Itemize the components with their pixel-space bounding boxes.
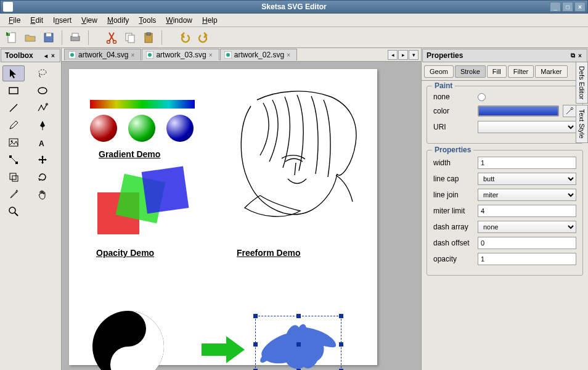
tab-stroke[interactable]: Stroke: [455, 65, 486, 78]
canvas-viewport[interactable]: Gradient Demo Opacity Demo: [62, 62, 421, 370]
maximize-button[interactable]: □: [562, 2, 573, 12]
tab-geom[interactable]: Geom: [424, 65, 454, 78]
width-label: width: [433, 158, 474, 167]
menu-tools[interactable]: Tools: [134, 15, 161, 26]
resize-handle[interactable]: [296, 342, 301, 347]
menu-window[interactable]: Window: [161, 15, 197, 26]
opacity-input[interactable]: [478, 253, 576, 265]
svg-point-8: [113, 40, 116, 43]
linejoin-select[interactable]: miter: [478, 189, 576, 201]
zoom-tool[interactable]: [2, 204, 25, 220]
selection-box[interactable]: [255, 316, 341, 370]
dashoffset-input[interactable]: [478, 237, 576, 249]
tab-list-button[interactable]: ▾: [409, 50, 419, 60]
eyedropper-tool[interactable]: [2, 186, 25, 202]
open-button[interactable]: [22, 30, 38, 46]
cut-button[interactable]: [104, 30, 120, 46]
tab-close-icon[interactable]: ×: [131, 52, 137, 58]
svg-point-38: [123, 359, 134, 370]
save-button[interactable]: [41, 30, 57, 46]
resize-handle[interactable]: [339, 342, 343, 347]
select-tool[interactable]: [2, 65, 25, 81]
close-button[interactable]: ×: [574, 2, 586, 12]
resize-handle[interactable]: [339, 314, 343, 318]
tab-next-button[interactable]: ▸: [398, 50, 408, 60]
toolbox-panel: Toolbox ◂× A: [0, 48, 62, 370]
minimize-button[interactable]: _: [550, 2, 561, 12]
transform-tool[interactable]: [2, 169, 25, 185]
toolbox-pin-icon[interactable]: ◂: [43, 52, 49, 59]
undo-button[interactable]: [177, 30, 193, 46]
dasharray-select[interactable]: none: [478, 221, 576, 233]
svg-point-21: [11, 141, 13, 142]
image-tool[interactable]: [2, 134, 25, 150]
defs-editor-tab[interactable]: Defs Editor: [576, 62, 588, 104]
tab-marker[interactable]: Marker: [535, 65, 567, 78]
new-button[interactable]: +: [4, 30, 20, 46]
svg-point-28: [9, 207, 15, 213]
hand-tool[interactable]: [31, 186, 54, 202]
lasso-tool[interactable]: [31, 65, 54, 81]
toolbox-title: Toolbox: [5, 51, 33, 60]
tab-prev-button[interactable]: ◂: [388, 50, 398, 60]
paste-button[interactable]: [141, 30, 157, 46]
resize-handle[interactable]: [253, 342, 258, 347]
stroke-color-swatch[interactable]: [478, 105, 559, 117]
svg-point-31: [70, 53, 74, 57]
menu-file[interactable]: File: [4, 15, 25, 26]
move-tool[interactable]: [31, 152, 54, 168]
properties-close-icon[interactable]: ×: [577, 52, 583, 59]
tab-filter[interactable]: Filter: [508, 65, 534, 78]
svg-file-icon: [68, 51, 76, 59]
tab-fill[interactable]: Fill: [487, 65, 507, 78]
app-icon: [3, 2, 13, 12]
paint-none-radio[interactable]: [478, 93, 486, 101]
yinyang: [91, 310, 165, 370]
line-tool[interactable]: [2, 100, 25, 116]
svg-rect-14: [9, 88, 18, 94]
svg-line-16: [10, 104, 17, 112]
resize-handle[interactable]: [296, 314, 301, 318]
resize-handle[interactable]: [253, 314, 258, 318]
linecap-select[interactable]: butt: [478, 173, 576, 185]
print-button[interactable]: [67, 30, 83, 46]
redo-button[interactable]: [195, 30, 211, 46]
svg-file-icon: [146, 51, 153, 59]
menu-insert[interactable]: Insert: [48, 15, 76, 26]
svg-rect-26: [10, 173, 16, 179]
properties-pin-icon[interactable]: ⧉: [570, 52, 576, 59]
text-style-tab[interactable]: Text Style: [576, 105, 588, 143]
menu-modify[interactable]: Modify: [102, 15, 134, 26]
pencil-tool[interactable]: [2, 117, 25, 133]
canvas[interactable]: Gradient Demo Opacity Demo: [69, 69, 377, 365]
freeform-demo-label: Freeform Demo: [237, 248, 300, 258]
side-tabs: Defs Editor Text Style: [576, 62, 588, 143]
rotate-tool[interactable]: [31, 169, 54, 185]
tab-close-icon[interactable]: ×: [287, 52, 293, 58]
tab-artwork-02[interactable]: artwork_02.svg ×: [220, 49, 297, 60]
eyedropper-button[interactable]: [563, 105, 576, 117]
ellipse-tool[interactable]: [31, 83, 54, 99]
width-input[interactable]: [478, 157, 576, 169]
opacity-label: opacity: [433, 255, 474, 263]
tab-artwork-04[interactable]: artwork_04.svg ×: [64, 49, 141, 60]
document-tabs: artwork_04.svg × artwork_03.svg × artwor…: [62, 48, 421, 62]
rectangle-tool[interactable]: [2, 83, 25, 99]
menu-edit[interactable]: Edit: [25, 15, 48, 26]
tab-artwork-03[interactable]: artwork_03.svg ×: [142, 49, 219, 60]
properties-panel: Properties ⧉× Geom Stroke Fill Filter Ma…: [422, 48, 588, 370]
paint-group: Paint none color URI: [427, 86, 583, 144]
copy-button[interactable]: [122, 30, 138, 46]
menu-view[interactable]: View: [76, 15, 102, 26]
text-tool[interactable]: A: [31, 134, 54, 150]
paint-uri-select[interactable]: [478, 121, 576, 133]
svg-text:A: A: [39, 139, 44, 148]
miterlimit-input[interactable]: [478, 205, 576, 217]
pen-tool[interactable]: [31, 117, 54, 133]
menu-help[interactable]: Help: [197, 15, 223, 26]
node-tool[interactable]: [2, 152, 25, 168]
polyline-tool[interactable]: [31, 100, 54, 116]
paint-none-label: none: [433, 92, 474, 101]
tab-close-icon[interactable]: ×: [209, 52, 215, 58]
toolbox-close-icon[interactable]: ×: [50, 52, 56, 59]
